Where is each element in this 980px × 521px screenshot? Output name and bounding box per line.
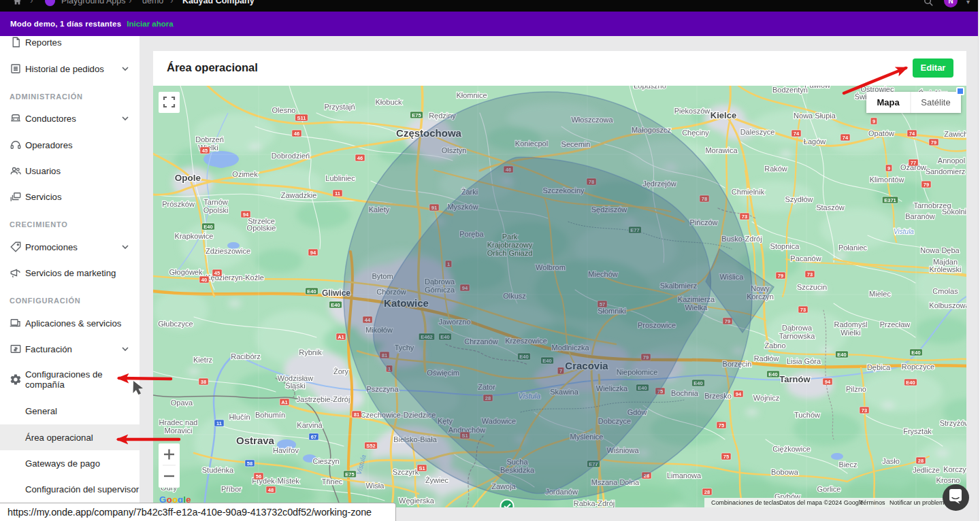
svg-text:Kietrz: Kietrz <box>193 356 212 364</box>
svg-text:Frysztak: Frysztak <box>903 427 932 435</box>
svg-text:11: 11 <box>216 420 222 426</box>
svg-text:Mapa: Mapa <box>877 97 900 107</box>
svg-text:E40: E40 <box>203 224 212 230</box>
svg-text:Mielec: Mielec <box>869 290 891 298</box>
svg-text:A1: A1 <box>281 399 288 405</box>
svg-text:Raków: Raków <box>764 165 787 173</box>
svg-text:E40: E40 <box>911 350 920 356</box>
svg-text:9: 9 <box>872 118 875 124</box>
svg-text:Chęciny: Chęciny <box>682 129 709 137</box>
svg-text:48: 48 <box>268 487 274 493</box>
svg-text:Klimontów: Klimontów <box>870 175 904 184</box>
svg-text:Hlučín: Hlučín <box>229 413 250 421</box>
svg-text:Radomyśl: Radomyśl <box>834 320 868 329</box>
svg-text:81: 81 <box>354 411 359 418</box>
svg-text:45: 45 <box>214 270 220 276</box>
svg-text:Piekoszów: Piekoszów <box>674 107 710 115</box>
svg-text:Datos del mapa ©2024 Google: Datos del mapa ©2024 Google <box>779 499 864 506</box>
svg-text:67: 67 <box>311 434 316 440</box>
svg-text:Cmolas: Cmolas <box>932 287 958 295</box>
svg-text:73: 73 <box>862 407 867 414</box>
svg-text:Łagów: Łagów <box>804 137 826 146</box>
svg-text:Głogówek: Głogówek <box>169 268 203 276</box>
svg-text:E371: E371 <box>884 197 896 203</box>
svg-text:Szczucin: Szczucin <box>797 283 827 291</box>
svg-text:73: 73 <box>742 214 747 220</box>
svg-text:Szydłów: Szydłów <box>785 195 813 203</box>
svg-text:Przystajń: Przystajń <box>324 103 355 111</box>
svg-text:28: 28 <box>704 489 710 495</box>
svg-text:Vistula: Vistula <box>894 228 914 235</box>
svg-text:Jasło: Jasło <box>882 457 900 465</box>
svg-text:Łopuszno: Łopuszno <box>634 86 666 90</box>
svg-text:Dąbrowa: Dąbrowa <box>782 324 813 332</box>
svg-text:Krapkowice: Krapkowice <box>175 232 214 240</box>
svg-text:Kłomnice: Kłomnice <box>456 91 487 99</box>
svg-text:Sandomierz: Sandomierz <box>926 167 966 175</box>
svg-text:Zdzieszowice: Zdzieszowice <box>206 247 250 255</box>
svg-text:Třinec: Třinec <box>322 477 343 486</box>
svg-text:Ropczyce: Ropczyce <box>902 363 934 371</box>
svg-text:94: 94 <box>736 391 742 397</box>
svg-text:75: 75 <box>723 454 729 460</box>
svg-text:Combinaciones de teclas: Combinaciones de teclas <box>711 499 780 506</box>
svg-text:Moravici: Moravici <box>165 426 193 435</box>
svg-text:40: 40 <box>201 277 207 283</box>
svg-text:S11: S11 <box>297 115 306 121</box>
svg-text:Żabno: Żabno <box>764 341 785 350</box>
svg-text:Szczyrk: Szczyrk <box>393 468 419 476</box>
svg-text:Dębica: Dębica <box>867 363 891 371</box>
svg-text:Cieszyn: Cieszyn <box>312 457 339 465</box>
svg-text:28: 28 <box>918 458 924 464</box>
svg-text:Opolski: Opolski <box>203 206 229 214</box>
svg-text:38: 38 <box>201 379 206 385</box>
svg-text:Radłów: Radłów <box>754 354 779 363</box>
svg-text:Zawichost: Zawichost <box>944 130 966 138</box>
svg-text:Opole: Opole <box>175 173 201 183</box>
svg-text:Prószków: Prószków <box>162 200 195 208</box>
svg-text:Pilzno: Pilzno <box>846 385 866 393</box>
svg-text:Lubliniec: Lubliniec <box>325 174 355 182</box>
svg-text:Nowa Słupia: Nowa Słupia <box>794 112 836 120</box>
svg-text:Bohumín: Bohumín <box>255 411 285 419</box>
svg-text:Tarnów: Tarnów <box>203 198 228 206</box>
svg-text:Gorlice: Gorlice <box>817 485 841 493</box>
svg-text:Příbor: Příbor <box>221 485 242 493</box>
svg-text:77: 77 <box>911 160 916 166</box>
svg-text:Królewski: Królewski <box>929 265 961 273</box>
svg-text:Pacanów: Pacanów <box>790 254 821 263</box>
svg-text:Jedlicze: Jedlicze <box>913 466 940 474</box>
svg-text:E40: E40 <box>307 288 316 295</box>
svg-text:94: 94 <box>243 212 249 218</box>
svg-text:Baranów: Baranów <box>905 212 934 220</box>
svg-text:Chmielnik: Chmielnik <box>732 188 765 196</box>
svg-text:45: 45 <box>202 148 208 154</box>
svg-text:E40: E40 <box>906 380 915 386</box>
svg-text:Śląski: Śląski <box>285 382 305 390</box>
svg-text:Opava: Opava <box>171 399 193 407</box>
svg-text:Kolbuszowa: Kolbuszowa <box>929 301 966 309</box>
svg-text:Staszów: Staszów <box>816 203 845 212</box>
svg-text:E75: E75 <box>412 112 421 118</box>
svg-text:Tarnów: Tarnów <box>779 374 811 384</box>
svg-text:Havířov: Havířov <box>273 446 299 454</box>
svg-text:Kłobuck: Kłobuck <box>375 98 402 106</box>
svg-text:S52: S52 <box>366 443 375 449</box>
svg-text:9: 9 <box>887 165 890 171</box>
svg-text:Ciężkowice: Ciężkowice <box>772 445 811 453</box>
svg-text:Bobowa: Bobowa <box>771 468 799 476</box>
svg-text:Wisła: Wisła <box>366 482 385 490</box>
svg-text:Wojnicz: Wojnicz <box>753 394 779 402</box>
svg-text:Korczyn: Korczyn <box>943 465 966 473</box>
svg-text:94: 94 <box>825 379 831 385</box>
svg-text:A1: A1 <box>338 334 344 340</box>
svg-text:Pawłów: Pawłów <box>804 86 830 89</box>
svg-text:S1: S1 <box>419 465 425 471</box>
svg-text:Krosno: Krosno <box>936 476 960 484</box>
svg-text:74: 74 <box>843 135 849 141</box>
svg-text:Nowa Dęba: Nowa Dęba <box>920 246 960 254</box>
svg-text:Rybnik: Rybnik <box>299 348 322 356</box>
svg-text:79: 79 <box>931 139 936 146</box>
svg-text:Tarnowska: Tarnowska <box>779 332 815 340</box>
svg-text:46: 46 <box>357 155 363 161</box>
